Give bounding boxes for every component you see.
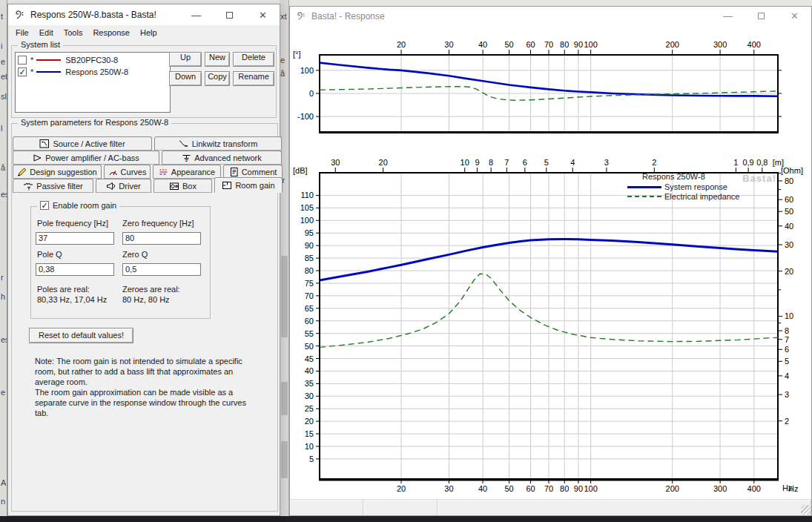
tab-label: Power amplifier / AC-bass [45, 153, 139, 162]
svg-text:50: 50 [785, 207, 793, 216]
svg-text:20: 20 [397, 484, 406, 493]
tab-label: Advanced network [194, 153, 262, 162]
response-titlebar[interactable]: Basta! - Response — ✕ [290, 7, 811, 25]
background-text-fragment: t [1, 12, 3, 21]
menu-tools[interactable]: Tools [59, 27, 88, 39]
close-button[interactable]: ✕ [246, 4, 280, 25]
background-text-fragment: es [1, 190, 7, 199]
tab-source-active-filter[interactable]: Source / Active filter [13, 136, 152, 151]
svg-text:70: 70 [544, 40, 553, 49]
menu-file[interactable]: File [10, 27, 34, 39]
response-charts: 20304050607080901002003004001000-1002030… [290, 25, 811, 500]
tab-label: Appearance [171, 168, 215, 176]
legend-title: Respons 250W-8 [642, 172, 705, 181]
svg-text:10: 10 [785, 311, 793, 320]
enable-room-gain-checkbox[interactable]: ✓ [40, 201, 49, 210]
svg-text:2: 2 [652, 158, 656, 167]
background-text-fragment: xt [280, 12, 287, 21]
menu-help[interactable]: Help [135, 27, 162, 39]
system-name: SB20PFC30-8 [65, 56, 118, 65]
svg-text:55: 55 [305, 329, 314, 338]
zeroes-real-value: 80 Hz, 80 Hz [122, 295, 170, 304]
tab-appearance[interactable]: Appearance [153, 165, 221, 179]
tab-passive-filter[interactable]: Passive filter [13, 179, 93, 193]
tab-power-amplifier[interactable]: Power amplifier / AC-bass [13, 151, 159, 165]
close-button[interactable]: ✕ [778, 7, 811, 25]
tab-curves[interactable]: Curves [104, 165, 151, 179]
new-button[interactable]: New [205, 52, 230, 67]
svg-text:20: 20 [397, 40, 406, 49]
svg-text:1: 1 [733, 158, 738, 167]
tab-box[interactable]: Box [154, 179, 212, 193]
svg-text:30: 30 [444, 40, 453, 49]
tab-advanced-network[interactable]: Advanced network [162, 151, 282, 165]
power-amp-icon [33, 153, 42, 162]
background-text-fragment: e [1, 388, 5, 397]
svg-text:400: 400 [747, 40, 761, 49]
svg-text:80: 80 [785, 176, 793, 185]
minimize-button[interactable]: — [711, 7, 745, 25]
svg-text:110: 110 [300, 191, 314, 199]
zero-frequency-input[interactable]: 80 [122, 232, 201, 245]
svg-text:60: 60 [526, 40, 535, 49]
zero-q-label: Zero Q [122, 250, 148, 259]
main-titlebar[interactable]: Respons 250W-8.basta - Basta! — ✕ [8, 4, 280, 25]
tab-room-gain[interactable]: Room gain [214, 177, 283, 193]
system-listbox[interactable]: * SB20PFC30-8 ✓ * Respons 250W-8 [15, 52, 171, 113]
system-list-group: System list * SB20PFC30-8 ✓ * Respons 25… [11, 45, 277, 118]
tab-driver[interactable]: Driver [96, 179, 151, 193]
svg-text:300: 300 [713, 484, 727, 493]
svg-text:8: 8 [489, 158, 493, 167]
reset-defaults-button[interactable]: Reset to default values! [29, 328, 133, 343]
svg-text:5: 5 [785, 357, 789, 366]
svg-text:3: 3 [785, 390, 789, 399]
svg-text:80: 80 [560, 484, 569, 493]
tab-label: Driver [119, 182, 140, 191]
system-checkbox[interactable] [18, 56, 27, 65]
zero-frequency-label: Zero frequency [Hz] [122, 219, 194, 228]
menu-edit[interactable]: Edit [34, 27, 59, 39]
svg-text:25: 25 [305, 404, 314, 413]
pole-q-input[interactable]: 0,38 [36, 263, 114, 276]
delete-button[interactable]: Delete [233, 52, 274, 67]
window-title: Basta! - Response [311, 11, 385, 22]
svg-text:60: 60 [526, 484, 535, 493]
statusbar-panel-2 [363, 500, 438, 515]
list-item[interactable]: * SB20PFC30-8 [16, 54, 170, 66]
maximize-button[interactable] [745, 7, 778, 25]
tab-linkwitz-transform[interactable]: Linkwitz transform [154, 136, 282, 151]
taskbar[interactable] [0, 516, 812, 522]
svg-text:105: 105 [300, 203, 314, 212]
svg-text:30: 30 [444, 484, 453, 493]
minimize-button[interactable]: — [179, 4, 213, 25]
svg-text:90: 90 [305, 241, 314, 250]
list-item[interactable]: ✓ * Respons 250W-8 [16, 66, 170, 78]
menu-response[interactable]: Response [88, 27, 135, 39]
background-text-fragment: e [1, 57, 5, 66]
system-response-swatch [627, 186, 661, 188]
main-window: Respons 250W-8.basta - Basta! — ✕ File E… [7, 4, 280, 516]
svg-text:7: 7 [785, 335, 789, 344]
svg-text:300: 300 [713, 40, 727, 49]
maximize-button[interactable] [213, 4, 246, 25]
svg-text:0,8: 0,8 [756, 158, 768, 167]
resize-grip[interactable] [801, 505, 811, 515]
system-checkbox[interactable]: ✓ [18, 67, 27, 76]
rename-button[interactable]: Rename [233, 71, 274, 86]
background-scrollbar-thumb [281, 256, 288, 337]
curve-color-swatch [36, 71, 61, 73]
down-button[interactable]: Down [169, 71, 202, 86]
background-text-fragment: es [1, 335, 7, 344]
zero-q-input[interactable]: 0,5 [122, 263, 201, 276]
appearance-icon [159, 168, 168, 176]
background-text-fragment: h [1, 292, 5, 301]
pole-frequency-input[interactable]: 37 [36, 232, 114, 245]
up-button[interactable]: Up [169, 52, 202, 67]
svg-text:100: 100 [584, 484, 597, 493]
svg-text:20: 20 [379, 158, 388, 167]
parameter-tabs: Source / Active filter Linkwitz transfor… [13, 136, 284, 193]
statusbar [290, 499, 811, 515]
copy-button[interactable]: Copy [205, 71, 230, 86]
phase-axis-unit: [°] [293, 50, 301, 59]
tab-design-suggestion[interactable]: Design suggestion [13, 165, 102, 179]
